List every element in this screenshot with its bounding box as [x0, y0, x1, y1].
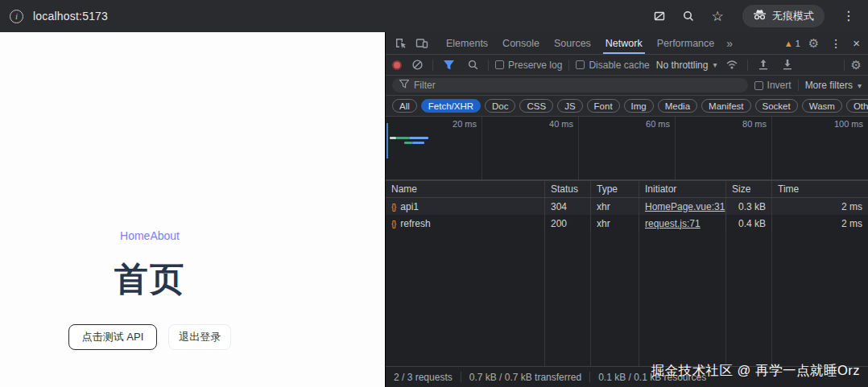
chevron-down-icon: ▾	[713, 60, 717, 69]
page-title: 首页	[0, 257, 300, 302]
incognito-label: 无痕模式	[772, 9, 814, 23]
waterfall-bar	[409, 137, 428, 139]
browser-address-bar: i localhost:5173 ☆ 无痕模式 ⋮	[0, 0, 868, 32]
timeline-tick-label: 40 ms	[482, 117, 579, 179]
zoom-search-icon[interactable]	[681, 9, 696, 23]
warning-icon: ▲	[784, 39, 793, 48]
logout-button[interactable]: 退出登录	[168, 324, 231, 350]
incognito-icon	[753, 9, 767, 23]
page-nav: HomeAbout	[0, 229, 300, 242]
initiator-link[interactable]: request.js:71	[645, 218, 701, 229]
timeline-load-marker	[386, 123, 388, 159]
console-error-badge[interactable]: ▲ 1	[784, 39, 800, 48]
network-conditions-icon[interactable]	[723, 56, 741, 74]
column-header[interactable]: Size	[726, 181, 772, 197]
column-header[interactable]: Initiator	[639, 181, 726, 197]
disable-cache-checkbox[interactable]: Disable cache	[576, 60, 649, 71]
request-type: xhr	[591, 198, 639, 215]
request-type-chip[interactable]: Media	[658, 99, 697, 113]
export-har-icon[interactable]	[779, 56, 796, 74]
requests-count: 2 / 3 requests	[394, 372, 453, 383]
timeline-tick-label: 100 ms	[772, 117, 868, 179]
waterfall-bar	[390, 137, 396, 139]
waterfall-bar	[396, 137, 409, 139]
inspect-element-icon[interactable]	[392, 35, 410, 52]
nav-link-about[interactable]: About	[150, 229, 180, 242]
column-header[interactable]: Status	[545, 181, 591, 197]
search-network-icon[interactable]	[464, 56, 482, 74]
request-type-chip[interactable]: Doc	[485, 99, 515, 113]
request-type-chip[interactable]: Img	[624, 99, 654, 113]
request-type-chip[interactable]: CSS	[519, 99, 553, 113]
request-type-chip[interactable]: Wasm	[802, 99, 842, 113]
devtools-tab[interactable]: Network	[598, 32, 650, 54]
devtools-menu-icon[interactable]: ⋮	[827, 38, 845, 49]
devtools-tab[interactable]: Performance	[650, 32, 722, 54]
devtools-tabs: ElementsConsoleSourcesNetworkPerformance	[439, 32, 721, 54]
import-har-icon[interactable]	[754, 56, 772, 74]
request-time: 2 ms	[772, 215, 868, 232]
test-api-button[interactable]: 点击测试 API	[68, 324, 158, 350]
watermark-text: 掘金技术社区 @ 再学一点就睡Orz	[651, 362, 861, 380]
column-header[interactable]: Time	[772, 181, 868, 197]
browser-menu-icon[interactable]: ⋮	[839, 10, 858, 23]
initiator-link[interactable]: HomePage.vue:31	[645, 201, 725, 212]
filter-toggle-icon[interactable]	[440, 56, 457, 74]
bookmark-star-icon[interactable]: ☆	[710, 9, 725, 23]
request-name: api1	[400, 201, 419, 212]
timeline-segments: 20 ms40 ms60 ms80 ms100 ms	[386, 117, 868, 179]
throttling-select[interactable]: No throttling ▾	[656, 60, 717, 71]
site-info-icon[interactable]: i	[10, 10, 23, 23]
request-type-chip[interactable]: Other	[846, 99, 868, 113]
request-type: xhr	[591, 215, 639, 232]
devtools-tab[interactable]: Console	[495, 32, 547, 54]
invert-filter-checkbox[interactable]: Invert	[754, 80, 792, 91]
request-row[interactable]: {}refresh200xhrrequest.js:710.4 kB2 ms	[386, 215, 868, 232]
nav-link-home[interactable]: Home	[120, 229, 150, 242]
device-toolbar-icon[interactable]	[413, 35, 431, 52]
request-type-chip[interactable]: Socket	[755, 99, 798, 113]
record-network-log-button[interactable]	[392, 60, 402, 70]
more-tabs-icon[interactable]: »	[721, 37, 738, 50]
devtools-close-icon[interactable]: ×	[853, 37, 860, 49]
request-size: 0.4 kB	[726, 215, 772, 232]
request-type-chip[interactable]: Fetch/XHR	[421, 99, 481, 113]
devtools-settings-icon[interactable]: ⚙	[808, 37, 819, 49]
devtools-tabbar: ElementsConsoleSourcesNetworkPerformance…	[386, 32, 868, 55]
network-settings-icon[interactable]: ⚙	[851, 59, 862, 71]
request-name: refresh	[400, 218, 430, 229]
more-filters-button[interactable]: More filters ▾	[805, 80, 862, 91]
filter-input-wrap	[392, 78, 748, 93]
request-type-chip[interactable]: Manifest	[701, 99, 750, 113]
request-type-chip[interactable]: JS	[557, 99, 582, 113]
network-overview-timeline[interactable]: 20 ms40 ms60 ms80 ms100 ms	[386, 117, 868, 180]
checkbox-icon	[576, 60, 585, 69]
requests-rows: {}api1304xhrHomePage.vue:310.3 kB2 ms{}r…	[386, 198, 868, 232]
url-text[interactable]: localhost:5173	[33, 10, 108, 23]
waterfall-bar	[404, 142, 412, 144]
request-size: 0.3 kB	[726, 198, 772, 215]
timeline-tick-label: 20 ms	[386, 117, 482, 179]
column-header[interactable]: Type	[591, 181, 639, 197]
json-braces-icon: {}	[391, 202, 395, 212]
column-header[interactable]: Name	[386, 181, 545, 197]
waterfall-bar	[412, 142, 424, 144]
clear-network-log-icon[interactable]	[408, 56, 426, 74]
devtools-tab[interactable]: Elements	[439, 32, 495, 54]
request-time: 2 ms	[772, 198, 868, 215]
request-row[interactable]: {}api1304xhrHomePage.vue:310.3 kB2 ms	[386, 198, 868, 215]
request-status: 200	[545, 215, 591, 232]
request-type-chip[interactable]: All	[392, 99, 417, 113]
request-status: 304	[545, 198, 591, 215]
preserve-log-checkbox[interactable]: Preserve log	[495, 60, 562, 71]
devtools-tab[interactable]: Sources	[547, 32, 598, 54]
request-type-chip[interactable]: Font	[587, 99, 620, 113]
filter-input[interactable]	[414, 80, 741, 91]
chevron-down-icon: ▾	[858, 81, 862, 90]
devtools-panel: ElementsConsoleSourcesNetworkPerformance…	[385, 32, 868, 387]
network-filter-row: Invert More filters ▾	[386, 76, 868, 96]
funnel-icon	[399, 80, 409, 91]
checkbox-icon	[495, 60, 504, 69]
blocked-content-icon[interactable]	[652, 9, 667, 23]
timeline-tick-label: 60 ms	[579, 117, 676, 179]
